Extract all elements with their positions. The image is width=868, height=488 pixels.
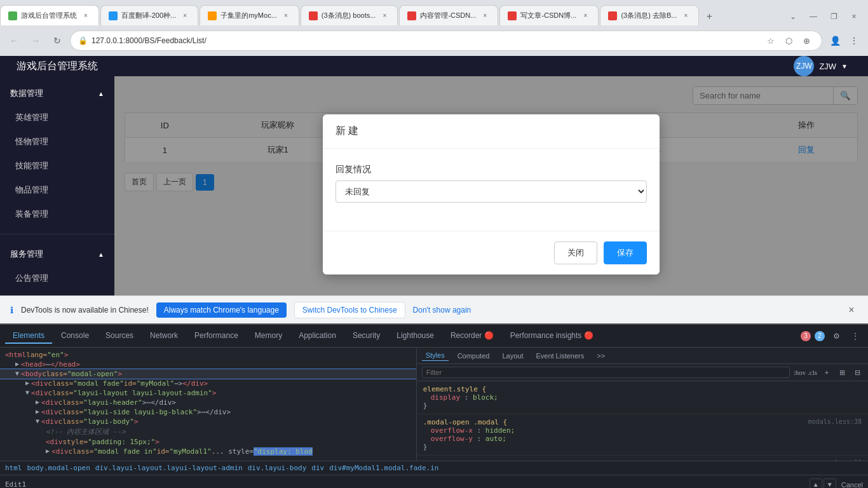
breadcrumb-modal1[interactable]: div#myModal1.modal.fade.in (329, 464, 438, 472)
styles-tab-styles[interactable]: Styles (422, 350, 449, 361)
tab-close-4[interactable]: × (379, 11, 390, 21)
styles-add-icon[interactable]: + (821, 367, 832, 378)
html-line-9[interactable]: <!-- 内容主体区域 --> (0, 426, 416, 437)
breadcrumb-layui-body[interactable]: div.layui-body (248, 464, 307, 472)
bookmark-button[interactable]: ☆ (763, 33, 778, 48)
tab-close-1[interactable]: × (81, 11, 91, 21)
devtools-tab-network[interactable]: Network (142, 329, 186, 344)
share-button[interactable]: ⬡ (781, 33, 796, 48)
devtools-tab-lighthouse[interactable]: Lighthouse (389, 329, 442, 344)
sidebar-item-announcement[interactable]: 公告管理 (0, 266, 114, 290)
settings-button[interactable]: ⋮ (845, 32, 863, 50)
new-tab-button[interactable]: + (700, 8, 718, 25)
devtools-tab-perf-insights[interactable]: Performance insights 🔴 (503, 329, 601, 344)
tab-1[interactable]: 游戏后台管理系统 × (0, 5, 99, 25)
tab-menu-button[interactable]: ⌄ (784, 8, 802, 25)
tab-4[interactable]: (3条消息) boots... × (301, 5, 398, 25)
tab-close-5[interactable]: × (480, 11, 490, 21)
devtools-tab-security[interactable]: Security (345, 329, 388, 344)
sidebar-item-skill[interactable]: 技能管理 (0, 154, 114, 178)
tab-7[interactable]: (3条消息) 去除B... × (600, 5, 699, 25)
html-tag-layout: <div (31, 389, 48, 397)
tab-close-3[interactable]: × (281, 11, 291, 21)
back-button[interactable]: ← (5, 32, 23, 50)
html-attr-padding-style-val: "padding: 15px;" (88, 438, 155, 446)
pseudo-filter[interactable]: :hov .cls (794, 369, 817, 376)
notification-close-button[interactable]: × (845, 304, 858, 316)
html-line-10[interactable]: <div style= "padding: 15px;" > (0, 437, 416, 447)
expand-body[interactable]: ▼ (15, 370, 19, 377)
forward-button[interactable]: → (27, 32, 44, 50)
html-line-5[interactable]: ▼ <div class= "layui-layout layui-layout… (0, 388, 416, 398)
html-line-6[interactable]: ▶ <div class= "layui-header" >⋯</div> (0, 398, 416, 407)
devtools-cancel-button[interactable]: Cancel (841, 481, 863, 489)
modal-save-button[interactable]: 保存 (604, 241, 647, 264)
devtools-console-input[interactable] (5, 480, 804, 488)
styles-settings-icon[interactable]: ⊟ (851, 367, 863, 378)
expand-layout[interactable]: ▼ (25, 389, 29, 396)
devtools-tab-performance[interactable]: Performance (187, 329, 246, 344)
user-dropdown-icon[interactable]: ▼ (841, 63, 848, 70)
styles-filter-icon[interactable]: ⊞ (836, 367, 848, 378)
devtools-more-button[interactable]: ⋮ (848, 329, 863, 344)
sidebar-section-data-header[interactable]: 数据管理 ▲ (0, 81, 114, 105)
tab-6[interactable]: 写文章-CSDN博... × (499, 5, 599, 25)
form-label-status: 回复情况 (336, 164, 647, 175)
devtools-down-button[interactable]: ▼ (824, 478, 836, 489)
expand-side[interactable]: ▶ (36, 408, 39, 415)
status-select[interactable]: 未回复 已回复 处理中 (336, 180, 647, 203)
tab-2[interactable]: 百度翻译-200种... × (100, 5, 198, 25)
devtools-tab-elements[interactable]: Elements (5, 329, 52, 344)
dont-show-again-button[interactable]: Don't show again (413, 306, 471, 315)
devtools-tab-sources[interactable]: Sources (98, 329, 141, 344)
close-window-button[interactable]: × (845, 8, 863, 25)
sidebar-item-monster[interactable]: 怪物管理 (0, 130, 114, 154)
minimize-button[interactable]: — (804, 8, 822, 25)
html-line-3[interactable]: ▼ <body class= "modal-open" > (0, 369, 416, 379)
devtools-tab-console[interactable]: Console (53, 329, 97, 344)
tab-close-2[interactable]: × (180, 11, 190, 21)
expand-head[interactable]: ▶ (15, 360, 19, 367)
devtools-settings-button[interactable]: ⚙ (829, 329, 844, 344)
styles-tab-computed[interactable]: Computed (454, 351, 494, 361)
html-line-2[interactable]: ▶ <head> ⋯ </head> (0, 360, 416, 369)
styles-filter-input[interactable] (422, 367, 790, 378)
expand-header[interactable]: ▶ (36, 398, 39, 405)
sidebar-item-hero[interactable]: 英雄管理 (0, 105, 114, 130)
restore-button[interactable]: ❐ (825, 8, 843, 25)
devtools-up-button[interactable]: ▲ (810, 478, 822, 489)
always-match-language-button[interactable]: Always match Chrome's language (156, 302, 287, 318)
extensions-button[interactable]: ⊕ (799, 33, 814, 48)
refresh-button[interactable]: ↻ (48, 32, 66, 50)
breadcrumb-layout[interactable]: div.layui-layout.layui-layout-admin (95, 464, 243, 472)
html-line-8[interactable]: ▼ <div class= "layui-body" > (0, 417, 416, 426)
tab-close-7[interactable]: × (681, 11, 691, 21)
breadcrumb-body[interactable]: body.modal-open (27, 464, 90, 472)
browser-chrome: 游戏后台管理系统 × 百度翻译-200种... × 子集里的myMoc... ×… (0, 0, 868, 56)
breadcrumb-html[interactable]: html (5, 464, 22, 472)
sidebar-item-equipment[interactable]: 装备管理 (0, 202, 114, 226)
profile-button[interactable]: 👤 (826, 32, 844, 50)
sidebar-section-service-header[interactable]: 服务管理 ▲ (0, 242, 114, 266)
tab-3[interactable]: 子集里的myMoc... × (200, 5, 299, 25)
styles-tab-more[interactable]: >> (593, 351, 609, 361)
html-line-7[interactable]: ▶ <div class= "layui-side layui-bg-black… (0, 407, 416, 417)
devtools-tab-application[interactable]: Application (291, 329, 344, 344)
breadcrumb-div[interactable]: div (311, 464, 324, 472)
sidebar-item-item[interactable]: 物品管理 (0, 178, 114, 202)
devtools-tab-memory[interactable]: Memory (247, 329, 290, 344)
devtools-tab-recorder[interactable]: Recorder 🔴 (443, 329, 501, 344)
expand-modal[interactable]: ▶ (25, 379, 29, 386)
modal-close-button[interactable]: 关闭 (554, 241, 597, 264)
tab-5[interactable]: 内容管理-CSDN... × (399, 5, 498, 25)
styles-tab-layout[interactable]: Layout (498, 351, 527, 361)
expand-body-div[interactable]: ▼ (36, 417, 39, 424)
html-line-1[interactable]: <html lang= "en" > (0, 350, 416, 360)
html-line-4[interactable]: ▶ <div class= "modal fade" id= "myModal"… (0, 379, 416, 388)
tab-close-6[interactable]: × (580, 11, 590, 21)
switch-to-chinese-button[interactable]: Switch DevTools to Chinese (294, 302, 405, 318)
html-line-11[interactable]: ▶ <div class= "modal fade in" id= "myMod… (0, 447, 416, 456)
styles-tab-event-listeners[interactable]: Event Listeners (532, 351, 588, 361)
expand-modal1[interactable]: ▶ (46, 447, 50, 454)
url-bar[interactable]: 🔒 127.0.0.1:8000/BS/Feedback/List/ ☆ ⬡ ⊕ (70, 30, 822, 51)
